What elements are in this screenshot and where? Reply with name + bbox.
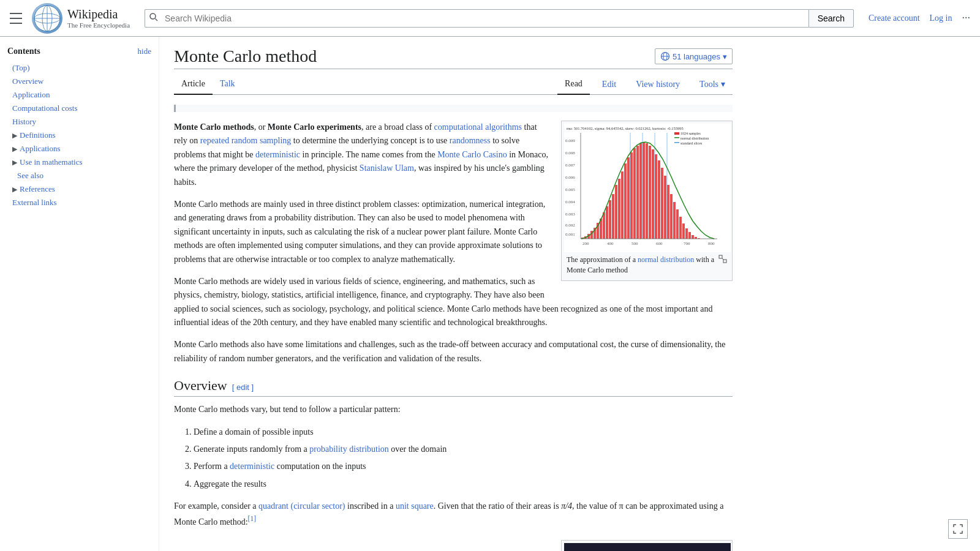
toc-link-definitions[interactable]: Definitions xyxy=(20,130,56,140)
svg-rect-49 xyxy=(630,152,633,239)
svg-text:400: 400 xyxy=(607,241,614,246)
definitions-expand-icon[interactable]: ▶ xyxy=(12,132,17,140)
link-probability-distribution[interactable]: probability distribution xyxy=(309,444,389,454)
svg-text:0.003: 0.003 xyxy=(565,212,575,217)
svg-text:mu: 501.704102, sigma: 94.6455: mu: 501.704102, sigma: 94.645542, skew: … xyxy=(567,126,684,130)
toc-link-history[interactable]: History xyxy=(12,117,36,126)
fullscreen-button[interactable] xyxy=(948,519,968,539)
svg-rect-66 xyxy=(682,223,685,239)
language-icon xyxy=(660,51,670,61)
logo-area: Wikipedia The Free Encyclopedia xyxy=(32,3,130,34)
toc-link-references[interactable]: References xyxy=(20,184,55,194)
svg-rect-43 xyxy=(612,194,614,239)
create-account-link[interactable]: Create account xyxy=(869,13,920,23)
footnote-1: [1] xyxy=(248,515,257,523)
article-body: mu: 501.704102, sigma: 94.645542, skew: … xyxy=(174,121,733,551)
article-text: mu: 501.704102, sigma: 94.645542, skew: … xyxy=(174,121,733,551)
svg-rect-46 xyxy=(621,171,624,239)
list-item: Perform a deterministic computation on t… xyxy=(194,460,733,473)
sidebar: Contents hide (Top) Overview Application… xyxy=(0,37,159,551)
tab-edit[interactable]: Edit xyxy=(595,75,624,94)
svg-text:0.004: 0.004 xyxy=(565,200,575,204)
svg-rect-70 xyxy=(695,237,697,239)
svg-rect-31 xyxy=(674,142,679,143)
svg-text:0.001: 0.001 xyxy=(565,232,575,237)
references-expand-icon[interactable]: ▶ xyxy=(12,186,17,193)
toc-link-use-in-mathematics[interactable]: Use in mathematics xyxy=(20,157,83,167)
search-button[interactable]: Search xyxy=(809,9,854,28)
menu-icon[interactable] xyxy=(10,11,24,26)
link-deterministic-computation[interactable]: deterministic xyxy=(230,462,274,471)
svg-rect-69 xyxy=(692,235,694,239)
svg-rect-42 xyxy=(609,200,611,239)
search-icon xyxy=(149,13,158,24)
link-stanislaw-ulam[interactable]: Stanislaw Ulam xyxy=(360,163,414,173)
overview-heading: Overview [ edit ] xyxy=(174,378,733,397)
svg-rect-29 xyxy=(674,137,679,138)
list-item: Define a domain of possible inputs xyxy=(194,425,733,439)
link-randomness[interactable]: randomness xyxy=(450,136,491,145)
tab-read[interactable]: Read xyxy=(557,74,590,95)
toc-link-see-also[interactable]: See also xyxy=(17,171,43,180)
enlarge-icon[interactable] xyxy=(718,255,727,266)
tab-talk[interactable]: Talk xyxy=(213,74,243,95)
log-in-link[interactable]: Log in xyxy=(930,13,952,23)
svg-rect-64 xyxy=(676,209,679,239)
link-unit-square[interactable]: unit square xyxy=(396,501,434,511)
svg-text:0.005: 0.005 xyxy=(565,187,575,192)
svg-rect-44 xyxy=(615,185,617,239)
figure-normal-distribution: mu: 501.704102, sigma: 94.645542, skew: … xyxy=(561,121,733,281)
svg-line-80 xyxy=(722,258,723,260)
link-quadrant[interactable]: quadrant (circular sector) xyxy=(258,501,345,511)
use-in-mathematics-expand-icon[interactable]: ▶ xyxy=(12,159,17,167)
link-monte-carlo-casino[interactable]: Monte Carlo Casino xyxy=(437,150,507,159)
list-item: Generate inputs randomly from a probabil… xyxy=(194,443,733,456)
histogram-chart: mu: 501.704102, sigma: 94.645542, skew: … xyxy=(564,124,731,246)
link-computational-algorithms[interactable]: computational algorithms xyxy=(434,122,522,132)
article-tabs: Article Talk Read Edit View history Tool… xyxy=(174,74,733,95)
figure-caption-link[interactable]: normal distribution xyxy=(638,255,694,264)
svg-rect-67 xyxy=(685,228,688,239)
pi-ratio: π/4 xyxy=(561,501,572,511)
link-deterministic[interactable]: deterministic xyxy=(255,150,300,159)
svg-rect-62 xyxy=(670,194,673,239)
list-item: Aggregate the results xyxy=(194,478,733,491)
search-input[interactable] xyxy=(145,9,809,28)
tab-article[interactable]: Article xyxy=(174,74,213,95)
tools-dropdown-button[interactable]: Tools ▾ xyxy=(692,74,733,94)
hide-toc-button[interactable]: hide xyxy=(138,47,151,56)
svg-rect-51 xyxy=(636,146,639,239)
toc-item-computational: Computational costs xyxy=(7,102,151,115)
overview-intro: Monte Carlo methods vary, but tend to fo… xyxy=(174,403,733,416)
toc-link-computational[interactable]: Computational costs xyxy=(12,103,78,113)
toc-item-history: History xyxy=(7,115,151,129)
toc-link-application[interactable]: Application xyxy=(12,90,50,99)
svg-rect-59 xyxy=(661,168,663,239)
toc-link-top[interactable]: (Top) xyxy=(12,63,30,72)
article-title: Monte Carlo method xyxy=(174,47,317,66)
svg-rect-52 xyxy=(639,143,642,239)
svg-rect-45 xyxy=(618,179,620,239)
toc-item-overview: Overview xyxy=(7,75,151,88)
tabs-right: Read Edit View history Tools ▾ xyxy=(557,74,733,94)
svg-rect-78 xyxy=(719,255,722,258)
languages-button[interactable]: 51 languages ▾ xyxy=(655,48,733,64)
svg-text:standard slices: standard slices xyxy=(680,141,703,145)
toc-link-external-links[interactable]: External links xyxy=(12,198,57,207)
toc-link-overview[interactable]: Overview xyxy=(12,77,43,86)
toc-link-applications[interactable]: Applications xyxy=(20,144,60,154)
svg-rect-48 xyxy=(627,157,630,239)
applications-expand-icon[interactable]: ▶ xyxy=(12,145,17,153)
link-repeated-random-sampling[interactable]: repeated random sampling xyxy=(200,136,292,145)
tab-view-history[interactable]: View history xyxy=(628,75,687,94)
svg-rect-47 xyxy=(624,163,627,239)
more-options-icon[interactable]: ··· xyxy=(962,12,971,24)
svg-text:0.007: 0.007 xyxy=(565,163,575,168)
svg-rect-61 xyxy=(667,185,669,239)
intro-paragraph-3: Monte Carlo methods are widely used in v… xyxy=(174,275,733,330)
wikipedia-wordmark: Wikipedia xyxy=(67,7,130,21)
svg-rect-79 xyxy=(723,260,726,263)
svg-text:1024 samples: 1024 samples xyxy=(680,132,701,135)
overview-edit-link[interactable]: edit xyxy=(236,383,249,392)
search-wrapper: Search xyxy=(145,9,854,28)
